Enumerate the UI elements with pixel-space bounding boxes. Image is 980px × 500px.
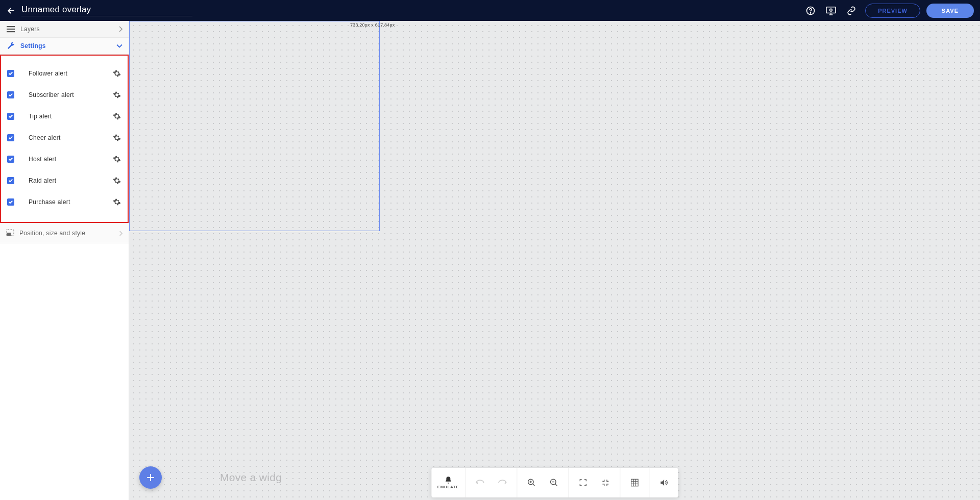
- monitor-gear-icon: [825, 6, 837, 16]
- obs-button[interactable]: [825, 5, 837, 16]
- grid-toggle-button[interactable]: [629, 478, 640, 488]
- redo-button[interactable]: [497, 478, 507, 488]
- volume-icon: [659, 478, 668, 487]
- selected-widget-box[interactable]: [129, 21, 380, 231]
- preview-button[interactable]: PREVIEW: [865, 4, 920, 18]
- arrow-left-icon: [6, 6, 16, 16]
- alert-label: Host alert: [29, 156, 112, 163]
- layers-icon: [6, 24, 15, 34]
- expand-icon: [579, 479, 587, 487]
- bell-icon: [444, 476, 452, 484]
- add-widget-fab[interactable]: [139, 466, 162, 489]
- position-icon: [6, 229, 14, 237]
- checkbox[interactable]: [7, 70, 14, 77]
- grid-section: [620, 468, 649, 497]
- link-icon: [847, 6, 856, 15]
- position-label: Position, size and style: [19, 230, 119, 237]
- app-header: Unnamed overlay PREVIEW SAVE: [0, 0, 980, 21]
- chevron-right-icon: [118, 26, 122, 32]
- checkbox[interactable]: [7, 91, 14, 98]
- alert-label: Follower alert: [29, 70, 112, 77]
- gear-icon[interactable]: [112, 133, 121, 142]
- chevron-down-icon: [116, 44, 122, 48]
- alert-row-tip: Tip alert: [1, 106, 128, 127]
- volume-button[interactable]: [658, 478, 669, 488]
- collapse-icon: [601, 479, 609, 487]
- alert-label: Raid alert: [29, 177, 112, 184]
- selection-size-label: 733.20px x 617.84px: [350, 22, 395, 28]
- alert-row-follower: Follower alert: [1, 63, 128, 84]
- zoom-out-button[interactable]: [549, 478, 559, 488]
- link-button[interactable]: [846, 5, 857, 16]
- undo-icon: [475, 479, 485, 486]
- wrench-icon: [6, 41, 15, 51]
- checkbox[interactable]: [7, 113, 14, 120]
- settings-section-header[interactable]: Settings: [0, 38, 129, 55]
- layers-section-header[interactable]: Layers: [0, 21, 129, 38]
- checkbox[interactable]: [7, 134, 14, 141]
- save-button[interactable]: SAVE: [926, 4, 974, 18]
- gear-icon[interactable]: [112, 69, 121, 78]
- svg-point-1: [810, 12, 811, 13]
- alert-row-raid: Raid alert: [1, 170, 128, 191]
- header-actions: [805, 5, 857, 16]
- alert-label: Subscriber alert: [29, 91, 112, 98]
- zoom-in-button[interactable]: [526, 478, 536, 488]
- checkbox[interactable]: [7, 156, 14, 163]
- zoom-in-icon: [527, 478, 536, 487]
- exit-fullscreen-button[interactable]: [600, 478, 610, 488]
- alert-label: Tip alert: [29, 113, 112, 120]
- gear-icon[interactable]: [112, 90, 121, 99]
- grid-icon: [630, 478, 639, 487]
- layers-label: Layers: [20, 26, 118, 33]
- volume-section: [649, 468, 678, 497]
- svg-point-3: [830, 9, 832, 11]
- checkbox[interactable]: [7, 198, 14, 206]
- chevron-right-icon: [119, 231, 122, 236]
- undo-button[interactable]: [475, 478, 485, 488]
- alert-label: Cheer alert: [29, 134, 112, 141]
- checkbox[interactable]: [7, 177, 14, 184]
- title-input-wrap[interactable]: Unnamed overlay: [21, 5, 192, 16]
- alerts-list: Follower alert Subscriber alert Tip aler…: [0, 55, 129, 223]
- fullscreen-button[interactable]: [578, 478, 588, 488]
- position-section-header[interactable]: Position, size and style: [0, 223, 129, 243]
- back-button[interactable]: [4, 4, 18, 18]
- help-button[interactable]: [805, 5, 816, 16]
- help-icon: [805, 6, 816, 16]
- svg-rect-5: [7, 29, 15, 30]
- plus-icon: [146, 473, 155, 482]
- zoom-out-icon: [549, 478, 558, 487]
- fullscreen-section: [569, 468, 620, 497]
- canvas-hint-text: Move a widg: [220, 471, 282, 484]
- gear-icon[interactable]: [112, 112, 121, 121]
- svg-rect-4: [7, 26, 15, 27]
- emulate-button[interactable]: EMULATE: [431, 468, 465, 497]
- overlay-title: Unnamed overlay: [21, 5, 192, 15]
- alert-row-host: Host alert: [1, 148, 128, 170]
- history-section: [465, 468, 517, 497]
- svg-rect-11: [631, 479, 638, 486]
- alert-row-purchase: Purchase alert: [1, 191, 128, 213]
- canvas-toolbar: EMULATE: [431, 468, 678, 497]
- gear-icon[interactable]: [112, 176, 121, 185]
- alert-label: Purchase alert: [29, 198, 112, 206]
- svg-rect-8: [7, 233, 11, 236]
- canvas-area[interactable]: 733.20px x 617.84px Move a widg EMULATE: [129, 21, 980, 500]
- gear-icon[interactable]: [112, 197, 121, 207]
- zoom-section: [517, 468, 569, 497]
- gear-icon[interactable]: [112, 155, 121, 164]
- svg-rect-6: [7, 31, 15, 32]
- redo-icon: [497, 479, 507, 486]
- svg-rect-2: [826, 7, 836, 13]
- settings-label: Settings: [20, 42, 116, 49]
- alert-row-cheer: Cheer alert: [1, 127, 128, 148]
- sidebar: Layers Settings Follower alert: [0, 21, 129, 500]
- alert-row-subscriber: Subscriber alert: [1, 84, 128, 106]
- emulate-label: EMULATE: [437, 485, 459, 489]
